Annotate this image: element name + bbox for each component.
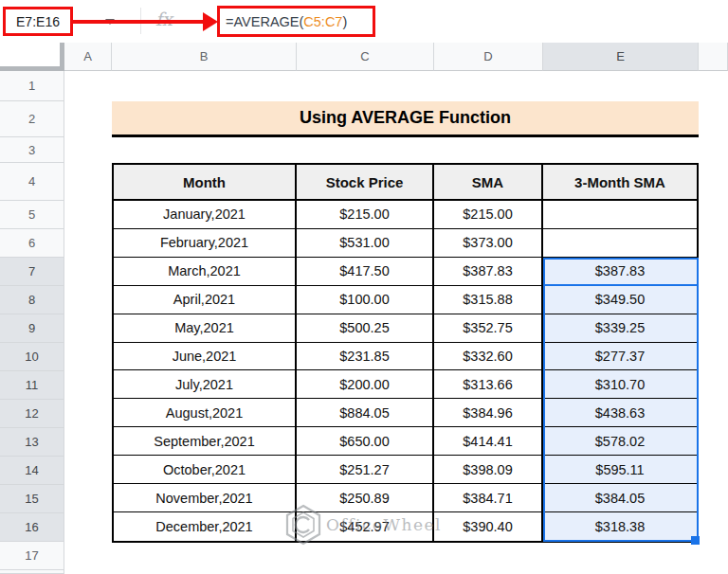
- table-cell-r13-c3[interactable]: $578.02: [543, 427, 697, 456]
- table-cell-r8-c0[interactable]: April,2021: [114, 286, 297, 314]
- table-cell-r16-c1[interactable]: $452.97: [297, 512, 434, 541]
- table-cell-r6-c0[interactable]: February,2021: [114, 229, 297, 258]
- name-box[interactable]: E7:E16: [3, 7, 73, 36]
- column-header-a[interactable]: A: [64, 43, 112, 71]
- row-header-6[interactable]: 6: [0, 229, 64, 258]
- table-cell-r11-c3[interactable]: $310.70: [543, 370, 697, 399]
- table-cell-r11-c2[interactable]: $313.66: [434, 370, 543, 399]
- formula-input[interactable]: =AVERAGE(C5:C7): [217, 6, 375, 37]
- table-header-3-month-sma[interactable]: 3-Month SMA: [543, 165, 697, 201]
- table-cell-r12-c2[interactable]: $384.96: [434, 399, 543, 427]
- table-cell-r12-c3[interactable]: $438.63: [543, 399, 697, 427]
- table-cell-r10-c1[interactable]: $231.85: [297, 343, 434, 371]
- row-header-9[interactable]: 9: [0, 314, 64, 343]
- column-header-e[interactable]: E: [543, 43, 699, 71]
- table-cell-r8-c1[interactable]: $100.00: [297, 286, 434, 314]
- table-cell-r9-c0[interactable]: May,2021: [114, 314, 297, 343]
- column-header-b[interactable]: B: [112, 43, 297, 71]
- formula-toolbar: E7:E16 fx =AVERAGE(C5:C7): [0, 0, 728, 43]
- table-cell-r5-c1[interactable]: $215.00: [297, 201, 434, 229]
- table-cell-r14-c1[interactable]: $251.27: [297, 456, 434, 484]
- annotation-arrow-head-icon: [203, 12, 218, 31]
- table-header-stock-price[interactable]: Stock Price: [297, 165, 434, 201]
- table-cell-r9-c1[interactable]: $500.25: [297, 314, 434, 343]
- table-cell-r14-c3[interactable]: $595.11: [543, 456, 697, 484]
- table-cell-r6-c3[interactable]: [543, 229, 697, 258]
- row-header-12[interactable]: 12: [0, 400, 64, 428]
- row-header-4[interactable]: 4: [0, 163, 64, 201]
- table-cell-r7-c2[interactable]: $387.83: [434, 258, 543, 286]
- table-cell-r5-c3[interactable]: [543, 201, 697, 229]
- annotation-arrow: [73, 20, 204, 24]
- table-cell-r13-c0[interactable]: September,2021: [114, 427, 297, 456]
- table-header-sma[interactable]: SMA: [434, 165, 543, 201]
- table-cell-r16-c0[interactable]: December,2021: [114, 512, 297, 541]
- column-header-d[interactable]: D: [434, 43, 543, 71]
- table-cell-r15-c2[interactable]: $384.71: [434, 484, 543, 512]
- table-cell-r11-c1[interactable]: $200.00: [297, 370, 434, 399]
- table-cell-r16-c2[interactable]: $390.40: [434, 512, 543, 541]
- table-cell-r6-c1[interactable]: $531.00: [297, 229, 434, 258]
- row-header-15[interactable]: 15: [0, 485, 64, 513]
- table-cell-r5-c2[interactable]: $215.00: [434, 201, 543, 229]
- table-cell-r7-c1[interactable]: $417.50: [297, 258, 434, 286]
- formula-prefix: =AVERAGE(: [226, 14, 303, 29]
- table-cell-r9-c3[interactable]: $339.25: [543, 314, 697, 343]
- table-cell-r10-c3[interactable]: $277.37: [543, 343, 697, 371]
- row-header-7[interactable]: 7: [0, 258, 64, 286]
- table-cell-r14-c0[interactable]: October,2021: [114, 456, 297, 484]
- row-header-1[interactable]: 1: [0, 71, 64, 101]
- row-header-16[interactable]: 16: [0, 513, 64, 542]
- formula-suffix: ): [342, 14, 347, 29]
- table-cell-r10-c2[interactable]: $332.60: [434, 343, 543, 371]
- table-cell-r13-c2[interactable]: $414.41: [434, 427, 543, 456]
- row-header-17[interactable]: 17: [0, 542, 64, 570]
- table-cell-r5-c0[interactable]: January,2021: [114, 201, 297, 229]
- fx-icon: fx: [155, 9, 173, 29]
- row-header-14[interactable]: 14: [0, 457, 64, 485]
- table-cell-r14-c2[interactable]: $398.09: [434, 456, 543, 484]
- table-cell-r9-c2[interactable]: $352.75: [434, 314, 543, 343]
- table-cell-r7-c3[interactable]: $387.83: [543, 258, 697, 286]
- table-cell-r13-c1[interactable]: $650.00: [297, 427, 434, 456]
- table-cell-r6-c2[interactable]: $373.00: [434, 229, 543, 258]
- row-header-partial: [0, 570, 64, 574]
- table-cell-r12-c0[interactable]: August,2021: [114, 399, 297, 427]
- table-cell-r16-c3[interactable]: $318.38: [543, 512, 697, 541]
- table-header-month[interactable]: Month: [114, 165, 297, 201]
- column-header-c[interactable]: C: [297, 43, 434, 71]
- row-header-3[interactable]: 3: [0, 137, 64, 163]
- row-header-10[interactable]: 10: [0, 343, 64, 371]
- table-cell-r7-c0[interactable]: March,2021: [114, 258, 297, 286]
- row-header-5[interactable]: 5: [0, 201, 64, 229]
- table-cell-r8-c2[interactable]: $315.88: [434, 286, 543, 314]
- table-cell-r8-c3[interactable]: $349.50: [543, 286, 697, 314]
- table-cell-r15-c3[interactable]: $384.05: [543, 484, 697, 512]
- table-cell-r15-c1[interactable]: $250.89: [297, 484, 434, 512]
- table-cell-r15-c0[interactable]: November,2021: [114, 484, 297, 512]
- table-cell-r10-c0[interactable]: June,2021: [114, 343, 297, 371]
- table-cell-r11-c0[interactable]: July,2021: [114, 370, 297, 399]
- fill-handle[interactable]: [691, 536, 700, 545]
- table-cell-r12-c1[interactable]: $884.05: [297, 399, 434, 427]
- row-header-8[interactable]: 8: [0, 286, 64, 314]
- row-header-11[interactable]: 11: [0, 371, 64, 400]
- select-all-corner[interactable]: [0, 43, 64, 71]
- row-header-2[interactable]: 2: [0, 101, 64, 137]
- sheet-title-cell[interactable]: Using AVERAGE Function: [112, 101, 699, 137]
- row-header-13[interactable]: 13: [0, 428, 64, 457]
- formula-range-ref: C5:C7: [303, 14, 342, 29]
- data-table: MonthStock PriceSMA3-Month SMAJanuary,20…: [112, 163, 699, 543]
- column-header-partial: [699, 43, 728, 71]
